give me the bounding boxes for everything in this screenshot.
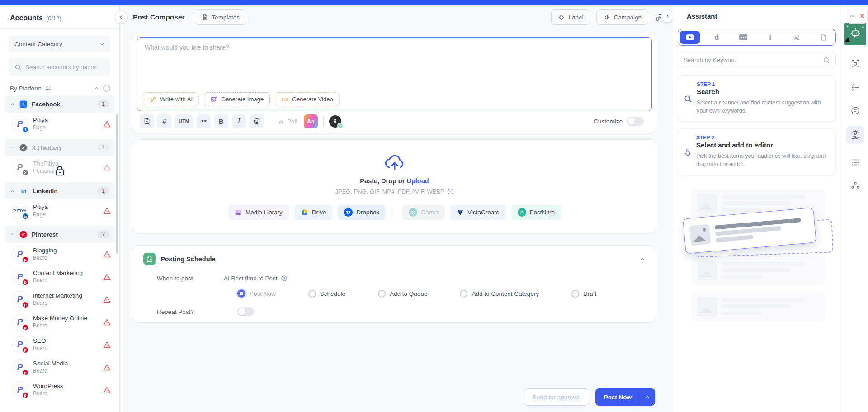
label-button[interactable]: Label (551, 9, 590, 25)
warning-icon[interactable] (103, 318, 111, 327)
assistant-search-input[interactable] (684, 57, 819, 63)
pinterest-badge-icon: p (22, 301, 29, 308)
utm-button[interactable]: UTM (175, 114, 193, 128)
tab-dailymotion[interactable]: d (707, 31, 726, 44)
repeat-post-toggle[interactable] (237, 307, 254, 316)
post-options-caret[interactable] (640, 388, 655, 406)
platform-group-twitter[interactable]: X X (Twitter) 1 (5, 139, 115, 156)
account-row-board[interactable]: P p Blogging Board (0, 243, 119, 265)
post-now-button-group[interactable]: Post Now (595, 388, 655, 406)
drive-button[interactable]: Drive (294, 205, 333, 220)
italic-button[interactable]: I (232, 114, 246, 128)
stock-photos-icon (793, 34, 801, 41)
check-badge-icon (337, 123, 344, 129)
tab-stock-photos[interactable] (787, 31, 807, 44)
radio-draft[interactable]: Draft (571, 290, 596, 298)
label-label: Label (568, 14, 583, 21)
assistant-search[interactable] (678, 52, 836, 68)
warning-icon[interactable] (103, 250, 111, 259)
minimize-icon[interactable] (849, 13, 855, 19)
warning-icon[interactable] (103, 120, 111, 128)
snippets-icon[interactable] (197, 114, 211, 128)
assistant-collapse-button[interactable] (661, 10, 673, 22)
tab-info[interactable]: i (760, 31, 780, 44)
platform-group-pinterest[interactable]: P Pinterest 7 (5, 226, 115, 243)
ai-assistant-rail-button[interactable]: ✦✦ (844, 23, 866, 45)
account-row-board[interactable]: P p SEO Board (0, 333, 119, 356)
customize-toggle[interactable] (627, 117, 644, 126)
avatar: P p (12, 314, 28, 330)
warning-icon[interactable] (103, 295, 111, 304)
emoji-icon[interactable] (250, 114, 264, 128)
tab-documents[interactable] (814, 31, 834, 44)
account-row-board[interactable]: P p WordPress Board (0, 379, 119, 401)
ideas-rail-button[interactable] (846, 126, 864, 144)
radio-add-to-queue[interactable]: Add to Queue (378, 290, 427, 298)
avatar: P p (12, 382, 28, 398)
radio-icon (378, 290, 386, 298)
team-rail-button[interactable] (850, 181, 860, 191)
upload-link[interactable]: Upload (407, 177, 429, 185)
sidebar-collapse-button[interactable] (115, 11, 127, 23)
display-settings-icon[interactable] (45, 85, 52, 92)
campaign-button[interactable]: Campaign (596, 9, 648, 25)
account-type: Board (33, 322, 87, 329)
warning-icon[interactable] (103, 341, 111, 349)
postnitro-button[interactable]: PostNitro (511, 205, 561, 220)
account-row-linkedin-pitiya[interactable]: P.ITIYA in Pitiya Page (0, 199, 119, 222)
collapse-all-icon[interactable] (94, 85, 99, 91)
account-search[interactable] (9, 58, 110, 76)
generate-image-button[interactable]: Generate Image (204, 92, 270, 106)
text-style-button[interactable]: Aa (304, 114, 318, 128)
content-category-select[interactable]: Content Category (9, 35, 110, 52)
help-icon[interactable] (447, 188, 454, 195)
warning-icon[interactable] (103, 207, 111, 215)
checklist-rail-button[interactable] (850, 82, 860, 92)
select-all-radio[interactable] (103, 85, 110, 92)
warning-icon[interactable] (103, 386, 111, 394)
search-icon[interactable] (823, 57, 830, 64)
platform-group-facebook[interactable]: f Facebook 1 (5, 95, 115, 113)
account-row-board[interactable]: P p Content Marketing Board (0, 265, 119, 288)
account-search-input[interactable] (25, 64, 105, 71)
close-icon[interactable] (859, 13, 865, 19)
warning-icon[interactable] (103, 273, 111, 281)
collapse-section-icon[interactable] (639, 256, 646, 262)
send-for-approval-button[interactable]: Send for approval (524, 388, 590, 406)
dropbox-button[interactable]: Dropbox (338, 205, 386, 220)
radio-schedule[interactable]: Schedule (308, 290, 345, 298)
warning-icon[interactable] (103, 163, 111, 172)
sidebar-scrollbar[interactable] (116, 114, 118, 254)
account-row-board[interactable]: P p Social Media Board (0, 356, 119, 379)
radio-post-now[interactable]: Post Now (237, 289, 276, 298)
preview-scan-rail-button[interactable] (850, 59, 860, 69)
account-row-board[interactable]: P p Internet Marketing Board (0, 288, 119, 311)
radio-add-to-content-category[interactable]: Add to Content Category (460, 290, 539, 298)
write-with-ai-button[interactable]: Write with AI (143, 92, 199, 106)
account-row-board[interactable]: P p Make Money Online Board (0, 311, 119, 333)
assistant-title: Assistant (674, 5, 841, 20)
post-now-button[interactable]: Post Now (595, 388, 640, 406)
notes-rail-button[interactable] (850, 106, 860, 116)
account-row-facebook-pitiya[interactable]: P f Pitiya Page (0, 113, 119, 135)
x-account-chip[interactable]: X (329, 115, 341, 128)
tab-youtube[interactable] (680, 31, 700, 44)
help-icon[interactable] (281, 275, 288, 282)
vistacreate-button[interactable]: VistaCreate (450, 205, 505, 220)
save-draft-icon[interactable] (140, 114, 154, 128)
post-editor[interactable]: What would you like to share? Write with… (137, 37, 652, 111)
hashtag-icon[interactable]: # (157, 114, 171, 128)
platform-group-linkedin[interactable]: in LinkedIn 1 (5, 182, 115, 199)
list-rail-button[interactable] (850, 157, 860, 167)
tab-posts[interactable] (733, 31, 753, 44)
video-camera-icon (281, 96, 288, 103)
by-platform-row: By Platform (10, 85, 110, 92)
warning-icon[interactable] (103, 363, 111, 372)
upload-card[interactable]: Paste, Drop or Upload JPEG, PNG, GIF, MP… (133, 139, 656, 233)
media-library-button[interactable]: Media Library (228, 205, 289, 220)
skeleton-card (692, 292, 825, 321)
bold-button[interactable]: B (214, 114, 228, 128)
templates-button[interactable]: Templates (195, 9, 247, 25)
lock-icon (53, 164, 66, 177)
generate-video-button[interactable]: Generate Video (275, 92, 340, 106)
